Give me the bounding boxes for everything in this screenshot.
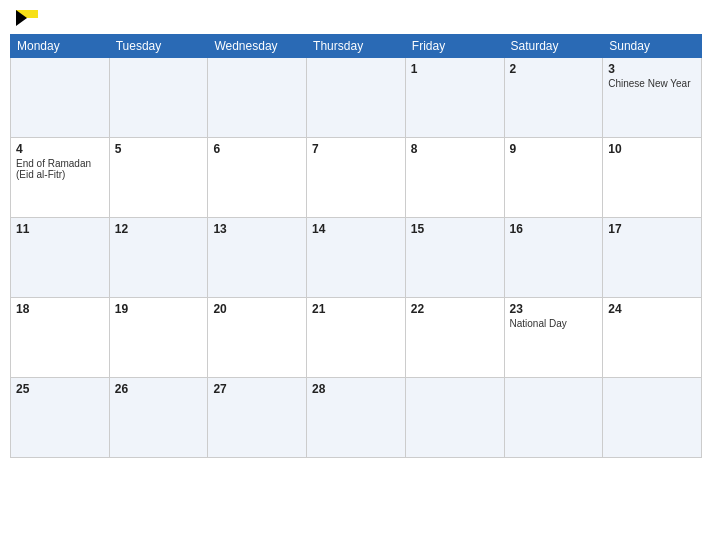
calendar-cell [11,58,110,138]
calendar-cell: 3Chinese New Year [603,58,702,138]
calendar-cell [405,378,504,458]
col-header-sunday: Sunday [603,35,702,58]
calendar-cell: 9 [504,138,603,218]
day-number: 1 [411,62,499,76]
calendar-cell [504,378,603,458]
col-header-tuesday: Tuesday [109,35,208,58]
calendar-week-row: 25262728 [11,378,702,458]
calendar-cell: 11 [11,218,110,298]
calendar-cell: 1 [405,58,504,138]
calendar-header-row: MondayTuesdayWednesdayThursdayFridaySatu… [11,35,702,58]
day-number: 8 [411,142,499,156]
day-event: Chinese New Year [608,78,696,89]
calendar-cell: 13 [208,218,307,298]
calendar-week-row: 4End of Ramadan (Eid al-Fitr)5678910 [11,138,702,218]
day-number: 7 [312,142,400,156]
day-number: 9 [510,142,598,156]
calendar-cell: 10 [603,138,702,218]
col-header-saturday: Saturday [504,35,603,58]
calendar-cell [208,58,307,138]
col-header-thursday: Thursday [307,35,406,58]
day-number: 6 [213,142,301,156]
calendar-cell: 21 [307,298,406,378]
day-number: 12 [115,222,203,236]
calendar-cell: 27 [208,378,307,458]
day-event: End of Ramadan (Eid al-Fitr) [16,158,104,180]
day-number: 20 [213,302,301,316]
calendar-cell [603,378,702,458]
day-number: 15 [411,222,499,236]
day-number: 2 [510,62,598,76]
calendar-cell: 16 [504,218,603,298]
calendar-week-row: 123Chinese New Year [11,58,702,138]
calendar-cell: 22 [405,298,504,378]
day-number: 24 [608,302,696,316]
logo-flag-icon [16,10,38,26]
calendar-cell [109,58,208,138]
day-event: National Day [510,318,598,329]
calendar-cell: 26 [109,378,208,458]
day-number: 14 [312,222,400,236]
day-number: 25 [16,382,104,396]
col-header-friday: Friday [405,35,504,58]
day-number: 26 [115,382,203,396]
day-number: 11 [16,222,104,236]
day-number: 19 [115,302,203,316]
calendar-cell: 15 [405,218,504,298]
day-number: 5 [115,142,203,156]
calendar-table: MondayTuesdayWednesdayThursdayFridaySatu… [10,34,702,458]
calendar-cell: 4End of Ramadan (Eid al-Fitr) [11,138,110,218]
calendar-cell: 17 [603,218,702,298]
calendar-cell: 8 [405,138,504,218]
calendar-cell: 12 [109,218,208,298]
page-header [10,10,702,26]
calendar-cell: 23National Day [504,298,603,378]
day-number: 18 [16,302,104,316]
day-number: 3 [608,62,696,76]
calendar-cell: 19 [109,298,208,378]
calendar-week-row: 11121314151617 [11,218,702,298]
col-header-monday: Monday [11,35,110,58]
calendar-cell: 28 [307,378,406,458]
day-number: 22 [411,302,499,316]
calendar-week-row: 181920212223National Day24 [11,298,702,378]
calendar-cell: 20 [208,298,307,378]
calendar-cell [307,58,406,138]
day-number: 10 [608,142,696,156]
day-number: 16 [510,222,598,236]
col-header-wednesday: Wednesday [208,35,307,58]
day-number: 4 [16,142,104,156]
calendar-cell: 14 [307,218,406,298]
calendar-cell: 6 [208,138,307,218]
calendar-cell: 7 [307,138,406,218]
day-number: 13 [213,222,301,236]
day-number: 23 [510,302,598,316]
calendar-cell: 24 [603,298,702,378]
calendar-cell: 5 [109,138,208,218]
calendar-cell: 18 [11,298,110,378]
day-number: 21 [312,302,400,316]
calendar-cell: 2 [504,58,603,138]
logo [14,10,38,26]
day-number: 28 [312,382,400,396]
day-number: 27 [213,382,301,396]
calendar-cell: 25 [11,378,110,458]
day-number: 17 [608,222,696,236]
